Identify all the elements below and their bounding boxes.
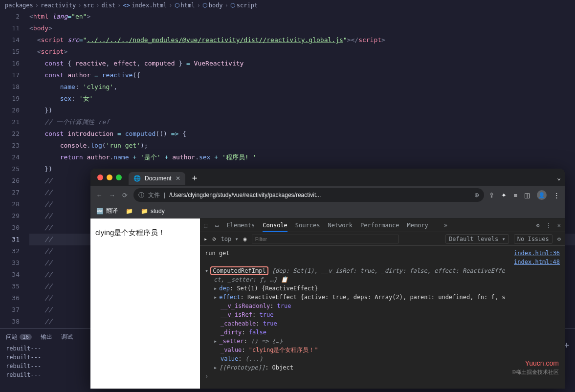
extensions-icon[interactable]: ✦ — [501, 192, 507, 199]
code-line[interactable]: <body> — [29, 22, 575, 34]
tab-title: Document — [145, 175, 172, 182]
code-line[interactable]: name: 'clying', — [29, 81, 575, 93]
tab-problems[interactable]: 问题16 — [6, 333, 32, 341]
line-number: 17 — [0, 69, 20, 81]
issues-button[interactable]: No Issues — [514, 234, 553, 244]
code-line[interactable]: }) — [29, 105, 575, 116]
line-number: 19 — [0, 93, 20, 105]
devtools-tab-sources[interactable]: Sources — [295, 222, 320, 229]
maximize-window-icon[interactable] — [116, 174, 122, 180]
line-number: 11 — [0, 22, 20, 34]
obj-prop-proto[interactable]: ▸[[Prototype]]: Object — [205, 363, 560, 372]
settings-icon[interactable]: ⚙ — [536, 222, 540, 229]
breadcrumb-item[interactable]: dist — [101, 2, 115, 9]
line-number: 32 — [0, 245, 20, 257]
log-source[interactable]: index.html:48 — [514, 258, 560, 266]
line-number: 24 — [0, 152, 20, 163]
log-levels[interactable]: Default levels ▾ — [445, 234, 509, 244]
close-window-icon[interactable] — [97, 174, 103, 180]
page-text: clying是个女程序员！ — [95, 228, 165, 237]
line-number: 27 — [0, 187, 20, 198]
tabs-overflow-icon[interactable]: ⌄ — [557, 174, 561, 181]
devtools-tab-network[interactable]: Network — [328, 222, 353, 229]
filter-input[interactable] — [252, 235, 398, 243]
obj-prop-dirty: _dirty: false — [205, 328, 560, 337]
close-tab-icon[interactable]: ✕ — [176, 175, 180, 182]
obj-prop-value-get[interactable]: value: (...) — [205, 354, 560, 363]
window-controls[interactable] — [94, 174, 125, 180]
line-number: 28 — [0, 198, 20, 210]
breadcrumb-item[interactable]: reactivity — [41, 2, 76, 9]
console-settings-icon[interactable]: ⚙ — [557, 236, 561, 242]
reload-button[interactable]: ⟳ — [121, 192, 129, 199]
obj-prop-dep[interactable]: ▸dep: Set(1) {ReactiveEffect} — [205, 284, 560, 293]
more-tabs-icon[interactable]: » — [444, 222, 447, 229]
device-icon[interactable]: ▭ — [215, 222, 219, 229]
bookmark-folder[interactable]: 📁 — [126, 208, 133, 215]
browser-tabbar: 🌐 Document ✕ + ⌄ — [90, 169, 565, 186]
inspect-icon[interactable]: ⬚ — [204, 222, 207, 229]
clear-icon[interactable]: ⊘ — [212, 236, 216, 242]
code-line[interactable]: const { reactive, effect, computed } = V… — [29, 58, 575, 69]
breadcrumb-item[interactable]: ⬡ script — [230, 2, 258, 9]
line-number: 14 — [0, 34, 20, 46]
code-line[interactable]: console.log('run get'); — [29, 140, 575, 152]
devtools-tab-memory[interactable]: Memory — [407, 222, 428, 229]
side-panel-icon[interactable]: ◫ — [524, 192, 530, 199]
bookmark-study[interactable]: 📁 study — [141, 208, 165, 215]
bookmarks-bar: 🔤 翻译 📁 📁 study — [90, 204, 565, 218]
context-selector[interactable]: top ▾ — [221, 236, 238, 242]
line-number: 37 — [0, 304, 20, 316]
code-line[interactable]: return author.name + '是个' + author.sex +… — [29, 152, 575, 163]
code-line[interactable]: const author = reactive({ — [29, 69, 575, 81]
watermark: Yuucn.com — [525, 359, 559, 367]
code-line[interactable]: // 一个计算属性 ref — [29, 116, 575, 128]
url-prefix: 文件 — [148, 191, 160, 199]
obj-prop-effect[interactable]: ▸effect: ReactiveEffect {active: true, d… — [205, 293, 560, 302]
devtools-tab-performance[interactable]: Performance — [360, 222, 399, 229]
translate-icon[interactable]: ⊕ — [474, 192, 479, 198]
new-tab-button[interactable]: + — [189, 173, 200, 183]
minimize-window-icon[interactable] — [107, 174, 112, 180]
breadcrumb-item[interactable]: packages — [5, 2, 33, 9]
breadcrumb-item[interactable]: src — [84, 2, 94, 9]
code-line[interactable]: const introduction = computed(() => { — [29, 128, 575, 140]
close-devtools-icon[interactable]: ✕ — [557, 222, 561, 229]
address-bar[interactable]: ⓘ 文件 | /Users/clyingdeng/study/vue/react… — [133, 188, 484, 202]
obj-prop-value: _value: "clying是个女程序员！" — [205, 346, 560, 354]
line-number: 34 — [0, 269, 20, 281]
reading-list-icon[interactable]: ≡ — [513, 192, 517, 199]
sidebar-icon[interactable]: ▸ — [204, 236, 207, 242]
breadcrumb-item[interactable]: ⬡ html — [175, 2, 195, 9]
back-button[interactable]: ← — [95, 192, 103, 199]
line-number: 38 — [0, 316, 20, 327]
breadcrumb-item[interactable]: ⬡ body — [202, 2, 223, 9]
breadcrumb-item[interactable]: <> index.html — [123, 2, 167, 9]
forward-button[interactable]: → — [108, 192, 116, 199]
devtools-tab-elements[interactable]: Elements — [226, 222, 255, 229]
devtools-tabs: ⬚ ▭ ElementsConsoleSourcesNetworkPerform… — [200, 218, 565, 232]
share-icon[interactable]: ⇪ — [489, 192, 494, 199]
console-output[interactable]: run get index.html:36 index.html:48 ▾Com… — [200, 246, 565, 389]
tab-debug[interactable]: 调试 — [61, 333, 73, 341]
code-line[interactable]: sex: '女' — [29, 93, 575, 105]
line-number: 22 — [0, 128, 20, 140]
browser-tab[interactable]: 🌐 Document ✕ — [129, 172, 185, 185]
obj-prop-setter[interactable]: ▸_setter: () => {…} — [205, 337, 560, 346]
tab-output[interactable]: 输出 — [41, 333, 52, 341]
console-prompt[interactable]: › — [205, 373, 208, 380]
line-number: 16 — [0, 58, 20, 69]
bookmark-translate[interactable]: 🔤 翻译 — [96, 207, 118, 215]
object-expand[interactable]: ▾ComputedRefImpl {dep: Set(1), __v_isRef… — [205, 266, 560, 275]
menu-icon[interactable]: ⋮ — [553, 192, 560, 199]
line-number: 26 — [0, 175, 20, 187]
log-source[interactable]: index.html:36 — [514, 249, 560, 258]
code-line[interactable]: <html lang="en"> — [29, 11, 575, 22]
devtools-tab-console[interactable]: Console — [263, 222, 288, 232]
eye-icon[interactable]: ◉ — [243, 236, 247, 242]
code-line[interactable]: <script src="../../../../node_modules/@v… — [29, 34, 575, 46]
code-line[interactable]: <script> — [29, 46, 575, 58]
info-icon[interactable]: ⓘ — [138, 191, 144, 199]
menu-icon[interactable]: ⋮ — [546, 222, 552, 229]
profile-avatar[interactable]: 👤 — [537, 190, 547, 200]
